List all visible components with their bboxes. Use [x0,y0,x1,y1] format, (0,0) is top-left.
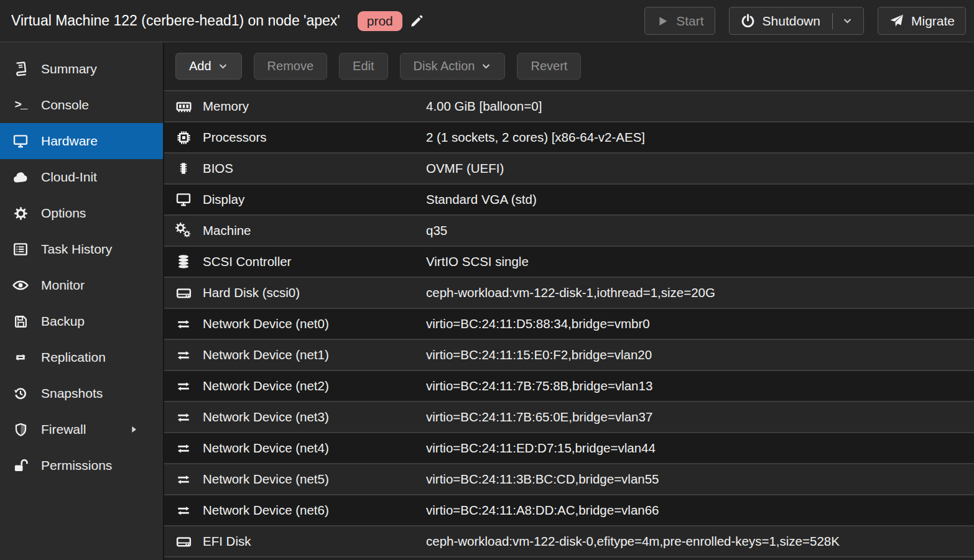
sidebar-item-console[interactable]: >_Console [0,87,163,123]
row-label: Hard Disk (scsi0) [203,285,426,300]
migrate-button-label: Migrate [911,14,955,29]
list-icon [10,241,31,257]
row-value: virtio=BC:24:11:7B:75:8B,bridge=vlan13 [426,379,974,393]
row-value: virtio=BC:24:11:D5:88:34,bridge=vmbr0 [426,316,974,331]
toolbar-button-label: Add [189,59,211,73]
row-label: SCSI Controller [203,254,426,269]
table-row[interactable]: BIOSOVMF (UEFI) [164,152,974,183]
toolbar-button-label: Disk Action [414,59,475,73]
revert-button[interactable]: Revert [517,53,581,80]
row-label: Machine [203,223,426,238]
sidebar-item-label: Hardware [41,134,98,149]
add-button[interactable]: Add [175,53,242,80]
table-row[interactable]: SCSI ControllerVirtIO SCSI single [164,246,974,277]
power-icon [740,13,756,29]
shutdown-button-label: Shutdown [763,14,820,29]
table-row[interactable]: Network Device (net5)virtio=BC:24:11:3B:… [164,463,974,494]
table-row[interactable]: Machineq35 [164,214,974,246]
sidebar-item-label: Summary [41,62,97,76]
start-button[interactable]: Start [644,7,715,35]
hdd-icon [164,533,203,550]
shutdown-button[interactable]: Shutdown [729,7,864,35]
table-row[interactable]: Hard Disk (scsi0)ceph-workload:vm-122-di… [164,277,974,308]
row-value: virtio=BC:24:11:A8:DD:AC,bridge=vlan66 [426,503,974,518]
table-row[interactable]: DisplayStandard VGA (std) [164,183,974,214]
sidebar-item-label: Cloud-Init [41,170,97,185]
edit-button[interactable]: Edit [339,53,387,80]
vm-header: Virtual Machine 122 (cerbere-head1) on n… [0,0,974,42]
table-row[interactable]: Network Device (net6)virtio=BC:24:11:A8:… [164,494,974,525]
row-value: VirtIO SCSI single [426,254,974,269]
database-icon [164,253,203,270]
table-row-partial [164,556,974,559]
exchange-icon [164,379,203,394]
exchange-icon [164,503,203,518]
sidebar-item-firewall[interactable]: Firewall [0,411,163,448]
hardware-toolbar: AddRemoveEditDisk ActionRevert [164,42,974,90]
sidebar-item-summary[interactable]: Summary [0,51,163,87]
sidebar-item-label: Monitor [41,278,85,293]
pencil-icon[interactable] [410,14,424,28]
row-label: Network Device (net6) [203,503,426,518]
table-row[interactable]: Network Device (net2)virtio=BC:24:11:7B:… [164,370,974,401]
cogs-icon [164,223,203,239]
table-row[interactable]: Network Device (net1)virtio=BC:24:11:15:… [164,339,974,370]
table-row[interactable]: Memory4.00 GiB [balloon=0] [164,90,974,121]
table-row[interactable]: Processors2 (1 sockets, 2 cores) [x86-64… [164,121,974,152]
vm-sidebar: Summary>_ConsoleHardwareCloud-InitOption… [0,42,164,560]
row-value: virtio=BC:24:11:ED:D7:15,bridge=vlan44 [426,441,974,456]
table-row[interactable]: Network Device (net4)virtio=BC:24:11:ED:… [164,432,974,463]
sidebar-item-snapshots[interactable]: Snapshots [0,375,163,411]
sidebar-item-task-history[interactable]: Task History [0,231,163,267]
chevron-down-icon[interactable] [842,16,853,26]
hdd-icon [164,285,203,301]
disk-action-button[interactable]: Disk Action [400,53,506,80]
cloud-icon [10,169,31,186]
table-row[interactable]: Network Device (net0)virtio=BC:24:11:D5:… [164,308,974,339]
toolbar-button-label: Revert [531,59,567,73]
hardware-table: Memory4.00 GiB [balloon=0]Processors2 (1… [164,90,974,560]
eye-icon [10,277,31,294]
row-value: virtio=BC:24:11:7B:65:0E,bridge=vlan37 [426,410,974,425]
exchange-icon [164,347,203,363]
history-icon [10,385,31,402]
sidebar-item-label: Firewall [41,422,86,437]
retweet-icon [10,350,31,365]
sidebar-item-cloud-init[interactable]: Cloud-Init [0,159,163,195]
migrate-button[interactable]: Migrate [878,7,966,35]
row-value: ceph-workload:vm-122-disk-1,iothread=1,s… [426,285,974,300]
shield-icon [10,422,31,438]
sidebar-item-permissions[interactable]: Permissions [0,448,163,484]
display-icon [10,133,31,149]
remove-button[interactable]: Remove [254,53,327,80]
row-value: Standard VGA (std) [426,192,974,207]
split-divider [832,13,833,29]
start-button-label: Start [676,14,703,29]
table-row[interactable]: EFI Diskceph-workload:vm-122-disk-0,efit… [164,525,974,556]
terminal-icon: >_ [10,98,31,112]
row-label: EFI Disk [203,534,426,549]
row-value: q35 [426,223,974,238]
caret-right-icon[interactable] [123,425,144,434]
unlock-icon [10,457,31,474]
floppy-icon [10,314,31,329]
row-value: 4.00 GiB [balloon=0] [426,99,974,114]
sidebar-item-monitor[interactable]: Monitor [0,267,163,303]
memory-icon [164,98,203,115]
sidebar-item-backup[interactable]: Backup [0,303,163,339]
row-label: Network Device (net5) [203,472,426,487]
row-value: virtio=BC:24:11:15:E0:F2,bridge=vlan20 [426,347,974,362]
chevron-down-icon [481,61,491,71]
sidebar-item-replication[interactable]: Replication [0,339,163,375]
sidebar-item-label: Console [41,98,89,112]
sidebar-item-hardware[interactable]: Hardware [0,123,163,159]
table-row[interactable]: Network Device (net3)virtio=BC:24:11:7B:… [164,401,974,432]
exchange-icon [164,410,203,425]
toolbar-button-label: Edit [353,59,374,73]
sidebar-item-options[interactable]: Options [0,195,163,231]
row-label: Memory [203,99,426,114]
exchange-icon [164,316,203,332]
row-label: Network Device (net0) [203,316,426,331]
row-label: Processors [203,130,426,145]
sidebar-item-label: Backup [41,314,85,329]
